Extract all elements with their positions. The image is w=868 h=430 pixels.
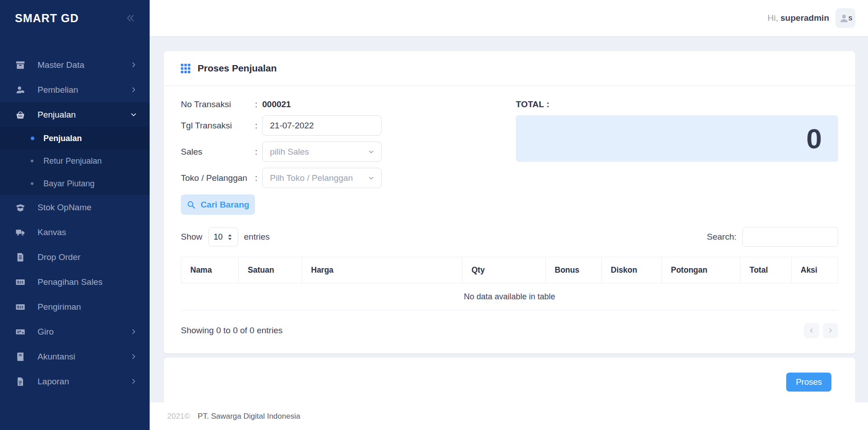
column-header-bonus[interactable]: Bonus	[546, 257, 602, 284]
sidebar-item-label: Stok OpName	[38, 203, 91, 213]
sidebar-item-pembelian[interactable]: Pembelian	[0, 77, 150, 102]
pagination-next-button[interactable]	[823, 323, 838, 338]
page-content: Proses Penjualan No Transaksi : 000021 T…	[150, 36, 868, 402]
sidebar-item-kanvas[interactable]: Kanvas	[0, 220, 150, 245]
proses-button[interactable]: Proses	[786, 373, 831, 392]
search-icon	[187, 200, 196, 209]
total-value: 0	[807, 123, 822, 155]
table-search-control: Search:	[707, 227, 838, 247]
toko-pelanggan-select[interactable]: Pilh Toko / Pelanggan	[262, 168, 382, 188]
book-icon	[15, 352, 26, 362]
sidebar: SMART GD Master Data Pembelian	[0, 0, 150, 430]
column-header-satuan[interactable]: Satuan	[239, 257, 302, 284]
chevron-right-icon	[130, 61, 137, 68]
money-check-icon: $	[15, 277, 26, 287]
pagination-prev-button[interactable]	[804, 323, 819, 338]
sidebar-item-label: Drop Order	[38, 252, 80, 262]
colon: :	[255, 121, 262, 131]
show-entries-control: Show 10 entries	[181, 227, 270, 246]
cari-barang-button[interactable]: Cari Barang	[181, 194, 255, 215]
show-label: Show	[181, 232, 203, 242]
sidebar-item-pengiriman[interactable]: $ Pengiriman	[0, 294, 150, 319]
sidebar-item-penagihan-sales[interactable]: $ Penagihan Sales	[0, 269, 150, 294]
sidebar-subitem-retur-penjualan[interactable]: Retur Penjualan	[0, 150, 150, 172]
file-invoice-icon	[15, 252, 26, 262]
sidebar-item-drop-order[interactable]: Drop Order	[0, 245, 150, 269]
sidebar-item-label: Laporan	[38, 377, 69, 387]
column-header-diskon[interactable]: Diskon	[602, 257, 662, 284]
sidebar-collapse-button[interactable]	[125, 13, 136, 24]
sidebar-subitem-bayar-piutang[interactable]: Bayar Piutang	[0, 172, 150, 195]
svg-text:$: $	[17, 280, 19, 284]
cari-barang-label: Cari Barang	[201, 200, 250, 210]
sales-label: Sales	[181, 147, 255, 157]
entries-count-select[interactable]: 10	[208, 227, 238, 246]
total-section: TOTAL : 0	[497, 99, 838, 215]
search-input[interactable]	[742, 227, 838, 247]
username: superadmin	[780, 13, 829, 23]
footer-year: 2021©	[167, 412, 190, 421]
card-body: No Transaksi : 000021 Tgl Transaksi : Sa…	[164, 86, 855, 354]
updown-arrows-icon	[227, 234, 233, 241]
avatar-letter: s	[849, 14, 853, 23]
page-footer: 2021© PT. Sawarga Digital Indonesia	[150, 402, 868, 430]
tgl-transaksi-input[interactable]	[262, 115, 382, 136]
chevron-down-icon	[368, 175, 375, 182]
chevron-down-icon	[368, 148, 375, 156]
sidebar-item-label: Penagihan Sales	[38, 277, 103, 287]
sidebar-item-master-data[interactable]: Master Data	[0, 52, 150, 77]
column-header-total[interactable]: Total	[741, 257, 792, 284]
sidebar-item-giro[interactable]: Giro	[0, 319, 150, 344]
sidebar-subitem-penjualan[interactable]: Penjualan	[0, 127, 150, 150]
colon: :	[255, 147, 262, 157]
form-row-sales: Sales : pilih Sales	[181, 142, 497, 162]
sidebar-item-akuntansi[interactable]: Akuntansi	[0, 344, 150, 369]
chevron-right-icon	[130, 328, 137, 335]
sidebar-item-label: Kanvas	[38, 227, 66, 237]
footer-company: PT. Sawarga Digital Indonesia	[198, 412, 300, 421]
column-header-potongan[interactable]: Potongan	[662, 257, 741, 284]
truck-icon	[15, 227, 26, 237]
bullet-dot-icon	[31, 137, 34, 140]
grid-icon	[181, 64, 190, 73]
column-header-aksi[interactable]: Aksi	[792, 257, 838, 284]
chevron-right-icon	[130, 378, 137, 385]
sidebar-brand: SMART GD	[0, 0, 150, 36]
table-header-row: Nama Satuan Harga Qty Bonus Diskon Poton…	[181, 257, 838, 284]
sidebar-item-label: Akuntansi	[38, 352, 75, 362]
search-label: Search:	[707, 232, 736, 242]
column-header-harga[interactable]: Harga	[302, 257, 462, 284]
datatable-footer: Showing 0 to 0 of 0 entries	[181, 323, 838, 338]
main-area: Hi, superadmin s Proses Penjualan No Tra…	[150, 0, 868, 430]
sidebar-item-penjualan[interactable]: Penjualan	[0, 102, 150, 127]
form-row-no-transaksi: No Transaksi : 000021	[181, 99, 497, 109]
sidebar-item-label: Master Data	[38, 60, 84, 70]
tgl-transaksi-label: Tgl Transaksi	[181, 121, 255, 131]
app-root: SMART GD Master Data Pembelian	[0, 0, 868, 430]
no-transaksi-value: 000021	[262, 99, 291, 109]
archive-box-icon	[15, 60, 26, 70]
proses-penjualan-card: Proses Penjualan No Transaksi : 000021 T…	[164, 51, 855, 354]
sidebar-menu: Master Data Pembelian Penjualan	[0, 36, 150, 394]
action-card: Proses	[164, 358, 855, 402]
sales-select[interactable]: pilih Sales	[262, 142, 382, 162]
sidebar-subitem-label: Penjualan	[43, 134, 82, 143]
user-avatar[interactable]: s	[835, 8, 855, 28]
page-title: Proses Penjualan	[198, 63, 277, 74]
column-header-qty[interactable]: Qty	[462, 257, 546, 284]
money-check-alt-icon	[15, 327, 26, 337]
bullet-dot-icon	[31, 182, 33, 185]
entries-count-value: 10	[214, 232, 223, 242]
column-header-nama[interactable]: Nama	[181, 257, 239, 284]
colon: :	[255, 99, 262, 109]
empty-table-message: No data available in table	[181, 284, 838, 311]
toko-pelanggan-label: Toko / Pelanggan	[181, 173, 255, 183]
person-icon	[839, 13, 849, 24]
chevron-down-icon	[130, 111, 137, 118]
form-row-tgl-transaksi: Tgl Transaksi :	[181, 115, 497, 136]
sidebar-item-laporan[interactable]: Laporan	[0, 369, 150, 394]
topbar: Hi, superadmin s	[150, 0, 868, 36]
sidebar-item-label: Pembelian	[38, 85, 78, 95]
sidebar-subitem-label: Retur Penjualan	[43, 156, 102, 166]
sidebar-item-stok-opname[interactable]: Stok OpName	[0, 195, 150, 220]
